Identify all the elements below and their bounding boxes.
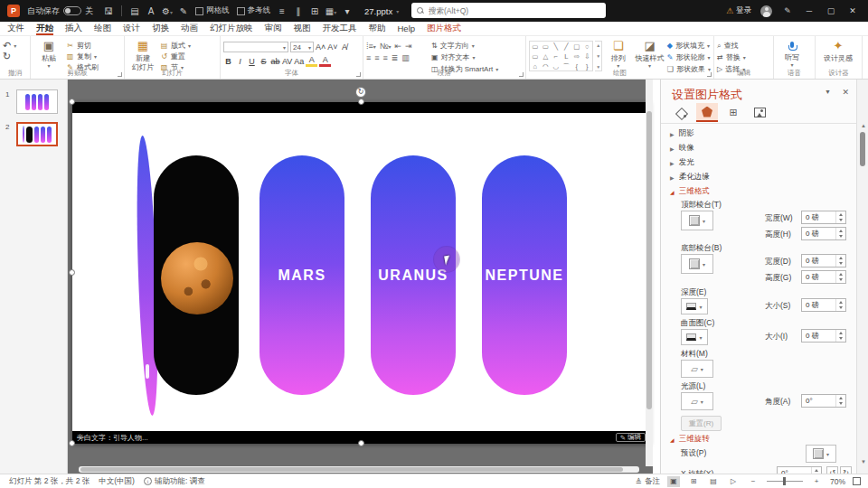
underline-button[interactable]: U xyxy=(247,57,257,66)
bottom-bevel-width-field[interactable]: 0 磅 xyxy=(801,254,846,267)
selection-handle-top-mid[interactable] xyxy=(358,99,364,105)
font-color-button[interactable]: A xyxy=(319,56,331,67)
canvas-horizontal-scrollbar[interactable] xyxy=(79,466,639,473)
fit-to-window-icon[interactable] xyxy=(853,477,861,485)
autosave-switch[interactable] xyxy=(63,6,81,15)
close-button[interactable]: ✕ xyxy=(846,6,859,15)
new-file-icon[interactable]: A xyxy=(144,6,158,16)
undo-button[interactable]: ↶▾ xyxy=(3,41,16,50)
accessibility-status[interactable]: i 辅助功能: 调查 xyxy=(144,476,205,487)
zoom-in-button[interactable]: + xyxy=(810,476,823,487)
tab-home[interactable]: 开始 xyxy=(36,23,53,35)
avatar[interactable] xyxy=(760,5,772,17)
shapes-gallery[interactable]: ▭▭╲╱▢○ ▭△⌐L⇨⇩ ⌂◠◡⌒{} xyxy=(529,41,593,71)
tab-view[interactable]: 视图 xyxy=(294,23,311,34)
zoom-level[interactable]: 70% xyxy=(830,477,845,486)
arrange-button[interactable]: ❏ 排列▾ xyxy=(604,38,632,70)
clipboard-dialog-launcher[interactable] xyxy=(118,72,122,77)
selection-handle-top-left[interactable] xyxy=(69,99,75,105)
distribute-icon[interactable]: ∥ xyxy=(291,6,306,16)
selection-handle-mid-left[interactable] xyxy=(69,269,75,276)
justify-button[interactable]: ≣ xyxy=(392,53,399,62)
canvas-vertical-scrollbar[interactable] xyxy=(646,80,653,466)
indent-decrease-button[interactable]: ⇤ xyxy=(394,42,401,51)
save-icon[interactable]: 🖫 xyxy=(101,6,116,16)
tab-file[interactable]: 文件 xyxy=(7,23,24,34)
cut-button[interactable]: ✂剪切 xyxy=(66,41,99,50)
highlight-color-button[interactable]: A xyxy=(306,56,317,67)
paragraph-dialog-launcher[interactable] xyxy=(519,72,524,77)
selection-handle-bottom-mid[interactable] xyxy=(358,440,364,446)
minimize-button[interactable]: ─ xyxy=(803,6,816,15)
tab-size-properties[interactable]: ⊞ xyxy=(722,103,744,122)
tab-animations[interactable]: 动画 xyxy=(181,23,198,34)
tab-picture-format[interactable]: 图片格式 xyxy=(427,23,461,34)
panel-close-icon[interactable]: ✕ xyxy=(842,88,849,97)
zoom-out-button[interactable]: − xyxy=(747,476,760,487)
paste-button[interactable]: ▣ 粘贴 ▾ xyxy=(33,38,64,70)
preset-dropdown[interactable]: ▾ xyxy=(806,445,836,463)
notes-button[interactable]: ≜ 备注 xyxy=(636,476,660,487)
columns-button[interactable]: ▥ xyxy=(401,53,410,62)
indent-increase-button[interactable]: ⇥ xyxy=(405,42,412,51)
depth-size-field[interactable]: 0 磅 xyxy=(801,298,846,312)
layout-button[interactable]: ▤版式▾ xyxy=(160,41,191,50)
section-3d-rotation[interactable]: ◢三维旋转 xyxy=(670,434,710,445)
bold-button[interactable]: B xyxy=(223,57,233,66)
shape-outline-button[interactable]: ✎形状轮廓▾ xyxy=(667,52,711,62)
panel-scrollbar[interactable]: ▲ ▼ xyxy=(856,80,868,474)
contour-color-dropdown[interactable]: ▾ xyxy=(681,329,708,345)
tab-effects[interactable] xyxy=(696,103,718,122)
tab-insert[interactable]: 插入 xyxy=(65,23,82,34)
section-3d-format[interactable]: ◢三维格式 xyxy=(670,186,710,197)
tab-slideshow[interactable]: 幻灯片放映 xyxy=(210,23,253,34)
panel-menu-caret-icon[interactable]: ▼ xyxy=(825,89,831,95)
italic-button[interactable]: I xyxy=(235,57,245,66)
grow-font-button[interactable]: A˄ xyxy=(316,42,326,52)
section-shadow[interactable]: ▶阴影 xyxy=(670,128,694,139)
reading-view-button[interactable]: ▤ xyxy=(707,476,720,487)
ribbon-options-icon[interactable]: ✎ xyxy=(781,6,794,15)
find-button[interactable]: ⌕查找 xyxy=(717,41,746,51)
change-case-button[interactable]: Aa xyxy=(294,57,304,66)
zoom-slider[interactable] xyxy=(767,481,803,482)
lighting-dropdown[interactable]: ▱▾ xyxy=(681,392,713,410)
more-commands-icon[interactable]: ▾ xyxy=(340,6,354,16)
tab-help[interactable]: 帮助 xyxy=(369,23,386,34)
replace-button[interactable]: ⇄替换▾ xyxy=(717,52,746,62)
guides-toggle[interactable]: 参考线 xyxy=(237,5,271,16)
material-dropdown[interactable]: ▱▾ xyxy=(681,360,713,378)
editing-canvas[interactable]: MARS URANUS NEPTUNE 旁白文字：引导人物... ✎ 编辑 ↻ xyxy=(68,80,653,474)
design-ideas-button[interactable]: ✦ 设计灵感 xyxy=(818,38,858,62)
tab-review[interactable]: 审阅 xyxy=(265,23,282,34)
shrink-font-button[interactable]: A˅ xyxy=(327,42,337,52)
align-center-button[interactable]: ≡ xyxy=(374,53,379,62)
chart-icon[interactable]: ▦▾ xyxy=(324,6,338,16)
reset-button[interactable]: ↺重置 xyxy=(160,52,191,61)
section-reflection[interactable]: ▶映像 xyxy=(670,143,694,154)
numbering-button[interactable]: №▾ xyxy=(380,42,392,51)
redo-button[interactable]: ↻ xyxy=(3,52,16,61)
drawing-dialog-launcher[interactable] xyxy=(707,72,712,77)
slide-sorter-button[interactable]: ⊞ xyxy=(687,476,700,487)
slide[interactable]: MARS URANUS NEPTUNE 旁白文字：引导人物... ✎ 编辑 xyxy=(72,102,650,444)
autosave-toggle[interactable]: 自动保存 关 xyxy=(27,5,93,17)
copy-button[interactable]: ▥复制▾ xyxy=(66,52,99,61)
font-size-combo[interactable]: 24▾ xyxy=(290,42,314,52)
text-direction-button[interactable]: ⇅文字方向▾ xyxy=(431,41,498,51)
neptune-pill[interactable]: NEPTUNE xyxy=(482,155,567,395)
tab-picture[interactable] xyxy=(749,103,770,122)
strikethrough-button[interactable]: S xyxy=(259,57,269,66)
tab-transitions[interactable]: 切换 xyxy=(152,23,169,34)
section-glow[interactable]: ▶发光 xyxy=(670,157,694,168)
new-slide-button[interactable]: ▦ 新建 幻灯片 xyxy=(127,38,158,71)
align-right-button[interactable]: ≡ xyxy=(383,53,388,62)
format-painter-icon[interactable]: ✎ xyxy=(176,6,191,16)
font-name-combo[interactable]: ▾ xyxy=(223,42,288,52)
caption-edit-button[interactable]: ✎ 编辑 xyxy=(616,433,646,442)
uranus-pill[interactable]: URANUS xyxy=(371,155,456,395)
shapes-gallery-scroll[interactable]: ▲▼▼ xyxy=(595,41,602,71)
rotate-handle[interactable]: ↻ xyxy=(355,87,366,98)
shadow-button[interactable]: ab xyxy=(270,57,280,66)
search-box[interactable] xyxy=(411,3,606,18)
